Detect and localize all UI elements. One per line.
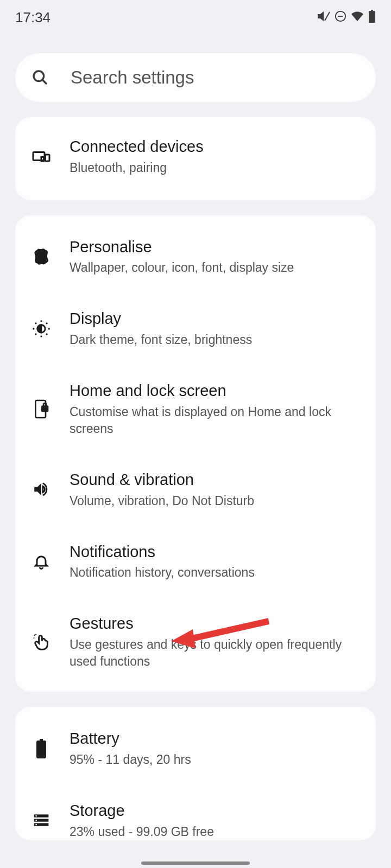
display-icon [30,320,52,338]
item-title: Sound & vibration [70,470,361,490]
item-text: Personalise Wallpaper, colour, icon, fon… [70,237,361,277]
svg-rect-14 [42,406,48,411]
item-text: Gestures Use gestures and keys to quickl… [70,614,361,670]
item-subtitle: 95% - 11 days, 20 hrs [70,751,361,768]
mute-icon [317,10,330,25]
svg-point-20 [35,815,37,817]
svg-point-22 [35,824,37,826]
settings-item-battery[interactable]: Battery 95% - 11 days, 20 hrs [15,707,376,784]
svg-rect-8 [46,155,50,161]
storage-icon [30,812,52,829]
item-title: Gestures [70,614,361,634]
settings-item-display[interactable]: Display Dark theme, font size, brightnes… [15,292,376,365]
item-text: Home and lock screen Customise what is d… [70,381,361,437]
item-text: Connected devices Bluetooth, pairing [70,137,361,176]
settings-item-storage[interactable]: Storage 23% used - 99.09 GB free [15,784,376,840]
gestures-icon [30,633,52,651]
item-title: Storage [70,801,361,821]
svg-rect-11 [35,250,47,264]
item-title: Notifications [70,542,361,563]
battery-item-icon [30,739,52,758]
settings-item-sound-vibration[interactable]: Sound & vibration Volume, vibration, Do … [15,454,376,526]
item-text: Battery 95% - 11 days, 20 hrs [70,729,361,768]
settings-item-gestures[interactable]: Gestures Use gestures and keys to quickl… [15,597,376,692]
settings-group-2: Personalise Wallpaper, colour, icon, fon… [15,215,376,692]
svg-rect-4 [369,11,375,23]
sound-icon [30,480,52,499]
item-subtitle: Dark theme, font size, brightness [70,331,361,348]
wifi-icon [351,10,364,25]
settings-item-connected-devices[interactable]: Connected devices Bluetooth, pairing [15,117,376,200]
item-title: Personalise [70,237,361,258]
item-subtitle: 23% used - 99.09 GB free [70,824,361,840]
svg-line-0 [325,12,330,21]
item-title: Display [70,309,361,329]
item-text: Sound & vibration Volume, vibration, Do … [70,470,361,509]
svg-rect-15 [40,739,43,741]
settings-item-notifications[interactable]: Notifications Notification history, conv… [15,526,376,598]
item-title: Connected devices [70,137,361,157]
navigation-handle[interactable] [141,861,250,865]
item-subtitle: Customise what is displayed on Home and … [70,404,361,437]
search-settings[interactable]: Search settings [15,53,376,102]
svg-line-6 [42,80,47,84]
settings-item-personalise[interactable]: Personalise Wallpaper, colour, icon, fon… [15,215,376,293]
settings-group-1: Connected devices Bluetooth, pairing [15,117,376,200]
svg-rect-3 [371,10,373,11]
battery-icon [368,10,376,25]
personalise-icon [30,247,52,266]
svg-point-21 [35,820,37,821]
settings-item-home-lock-screen[interactable]: Home and lock screen Customise what is d… [15,365,376,454]
status-bar: 17:34 [0,0,391,33]
item-subtitle: Wallpaper, colour, icon, font, display s… [70,259,361,276]
search-icon [31,69,49,86]
item-title: Battery [70,729,361,749]
item-text: Display Dark theme, font size, brightnes… [70,309,361,348]
search-placeholder: Search settings [71,67,194,88]
status-time: 17:34 [15,9,51,26]
dnd-icon [335,10,346,24]
item-subtitle: Use gestures and keys to quickly open fr… [70,636,361,670]
item-title: Home and lock screen [70,381,361,401]
item-subtitle: Volume, vibration, Do Not Disturb [70,493,361,509]
notifications-icon [30,553,52,570]
item-subtitle: Notification history, conversations [70,564,361,581]
settings-group-3: Battery 95% - 11 days, 20 hrs Storage 23… [15,707,376,840]
item-subtitle: Bluetooth, pairing [70,159,361,176]
home-lock-icon [30,399,52,419]
svg-point-5 [34,71,44,81]
svg-rect-9 [41,157,44,162]
item-text: Storage 23% used - 99.09 GB free [70,801,361,840]
status-icons [317,10,376,25]
svg-rect-16 [36,741,46,758]
devices-icon [30,146,52,166]
item-text: Notifications Notification history, conv… [70,542,361,582]
